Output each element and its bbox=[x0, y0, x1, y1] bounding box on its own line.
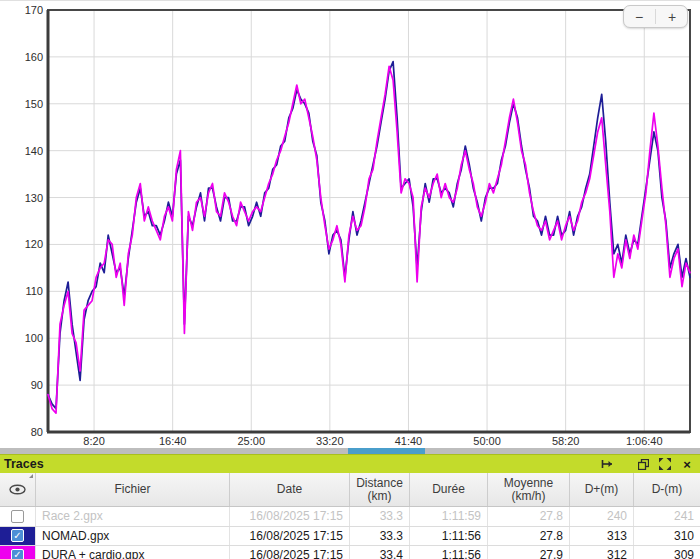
distance-cell[interactable]: 33.4 bbox=[350, 546, 410, 559]
y-axis-label: 140 bbox=[25, 145, 43, 157]
dplus-cell[interactable]: 313 bbox=[570, 527, 634, 546]
x-axis-label: 16:40 bbox=[159, 435, 187, 447]
column-header-dplus[interactable]: D+(m) bbox=[570, 473, 634, 506]
duration-cell[interactable]: 1:11:56 bbox=[410, 527, 488, 546]
dminus-cell[interactable]: 241 bbox=[634, 507, 700, 526]
trace-color-swatch bbox=[0, 507, 35, 526]
y-axis-label: 160 bbox=[25, 51, 43, 63]
x-axis-label: 1:06:40 bbox=[626, 435, 663, 447]
chart-horizontal-scrollbar[interactable] bbox=[0, 448, 700, 454]
chart-panel[interactable]: 80901001101201301401501601708:2016:4025:… bbox=[0, 1, 700, 448]
trace-line-nomad-gpx bbox=[48, 62, 690, 409]
close-icon[interactable]: × bbox=[679, 457, 695, 471]
chart-zoom-controls: − + bbox=[623, 5, 688, 28]
distance-cell[interactable]: 33.3 bbox=[350, 527, 410, 546]
dplus-cell[interactable]: 312 bbox=[570, 546, 634, 559]
column-header-average[interactable]: Moyenne(km/h) bbox=[488, 473, 570, 506]
y-axis-label: 80 bbox=[31, 426, 43, 438]
column-header-label: D-(m) bbox=[652, 483, 683, 496]
dminus-cell[interactable]: 309 bbox=[634, 546, 700, 559]
trace-color-swatch: ✓ bbox=[0, 527, 35, 546]
traces-table-body: Race 2.gpx16/08/2025 17:1533.31:11:5927.… bbox=[0, 507, 700, 559]
y-axis-label: 150 bbox=[25, 98, 43, 110]
eye-icon bbox=[9, 484, 26, 495]
average-cell[interactable]: 27.8 bbox=[488, 507, 570, 526]
y-axis-label: 120 bbox=[25, 238, 43, 250]
column-header-label: Date bbox=[277, 483, 302, 496]
dminus-cell[interactable]: 310 bbox=[634, 527, 700, 546]
x-axis-label: 25:00 bbox=[237, 435, 265, 447]
pin-view-icon[interactable] bbox=[599, 457, 615, 471]
file-cell[interactable]: Race 2.gpx bbox=[36, 507, 230, 526]
date-cell[interactable]: 16/08/2025 17:15 bbox=[230, 527, 350, 546]
distance-cell[interactable]: 33.3 bbox=[350, 507, 410, 526]
y-axis-label: 170 bbox=[25, 4, 43, 16]
y-axis-label: 90 bbox=[31, 379, 43, 391]
date-cell[interactable]: 16/08/2025 17:15 bbox=[230, 546, 350, 559]
traces-panel-title: Traces bbox=[0, 457, 44, 471]
zoom-in-button[interactable]: + bbox=[658, 7, 686, 26]
column-header-unit: (km) bbox=[368, 490, 392, 503]
column-header-label: Durée bbox=[432, 483, 465, 496]
date-cell[interactable]: 16/08/2025 17:15 bbox=[230, 507, 350, 526]
table-row-nomad-gpx[interactable]: ✓NOMAD.gpx16/08/2025 17:1533.31:11:5627.… bbox=[0, 527, 700, 547]
visibility-checkbox[interactable] bbox=[11, 510, 24, 523]
gpx-comparison-window: 80901001101201301401501601708:2016:4025:… bbox=[0, 0, 700, 559]
y-axis-label: 100 bbox=[25, 332, 43, 344]
zoom-out-button[interactable]: − bbox=[625, 7, 653, 26]
column-header-file[interactable]: Fichier bbox=[36, 473, 230, 506]
visibility-checkbox[interactable]: ✓ bbox=[11, 549, 24, 559]
duration-cell[interactable]: 1:11:59 bbox=[410, 507, 488, 526]
x-axis-label: 8:20 bbox=[83, 435, 104, 447]
x-axis-label: 41:40 bbox=[395, 435, 423, 447]
traces-panel-header: Traces × bbox=[0, 454, 700, 473]
file-cell[interactable]: NOMAD.gpx bbox=[36, 527, 230, 546]
x-axis-label: 33:20 bbox=[316, 435, 344, 447]
dplus-cell[interactable]: 240 bbox=[570, 507, 634, 526]
x-axis-label: 58:20 bbox=[552, 435, 580, 447]
average-cell[interactable]: 27.8 bbox=[488, 527, 570, 546]
traces-table-header: FichierDateDistance(km)DuréeMoyenne(km/h… bbox=[0, 473, 700, 507]
restore-icon[interactable] bbox=[635, 457, 651, 471]
y-axis-label: 130 bbox=[25, 192, 43, 204]
y-axis-label: 110 bbox=[25, 285, 43, 297]
trace-color-swatch: ✓ bbox=[0, 546, 35, 559]
column-header-label: D+(m) bbox=[585, 483, 619, 496]
column-header-distance[interactable]: Distance(km) bbox=[350, 473, 410, 506]
x-axis-label: 50:00 bbox=[473, 435, 501, 447]
heart-rate-chart[interactable]: 80901001101201301401501601708:2016:4025:… bbox=[0, 1, 700, 448]
sort-indicator bbox=[29, 474, 33, 478]
duration-cell[interactable]: 1:11:56 bbox=[410, 546, 488, 559]
file-cell[interactable]: DURA + cardio.gpx bbox=[36, 546, 230, 559]
zoom-divider bbox=[655, 9, 656, 24]
average-cell[interactable]: 27.9 bbox=[488, 546, 570, 559]
table-row-race-2-gpx[interactable]: Race 2.gpx16/08/2025 17:1533.31:11:5927.… bbox=[0, 507, 700, 527]
column-header-label: Distance bbox=[356, 477, 403, 490]
scrollbar-thumb[interactable] bbox=[348, 448, 425, 454]
visibility-checkbox[interactable]: ✓ bbox=[11, 529, 24, 542]
column-header-visibility[interactable] bbox=[0, 473, 36, 506]
maximize-icon[interactable] bbox=[657, 457, 673, 471]
column-header-label: Fichier bbox=[114, 483, 150, 496]
column-header-duration[interactable]: Durée bbox=[410, 473, 488, 506]
column-header-date[interactable]: Date bbox=[230, 473, 350, 506]
trace-line-dura-cardio-gpx bbox=[48, 66, 690, 413]
column-header-label: Moyenne bbox=[504, 477, 553, 490]
column-header-dminus[interactable]: D-(m) bbox=[634, 473, 700, 506]
table-row-dura-cardio-gpx[interactable]: ✓DURA + cardio.gpx16/08/2025 17:1533.41:… bbox=[0, 546, 700, 559]
column-header-unit: (km/h) bbox=[512, 490, 546, 503]
